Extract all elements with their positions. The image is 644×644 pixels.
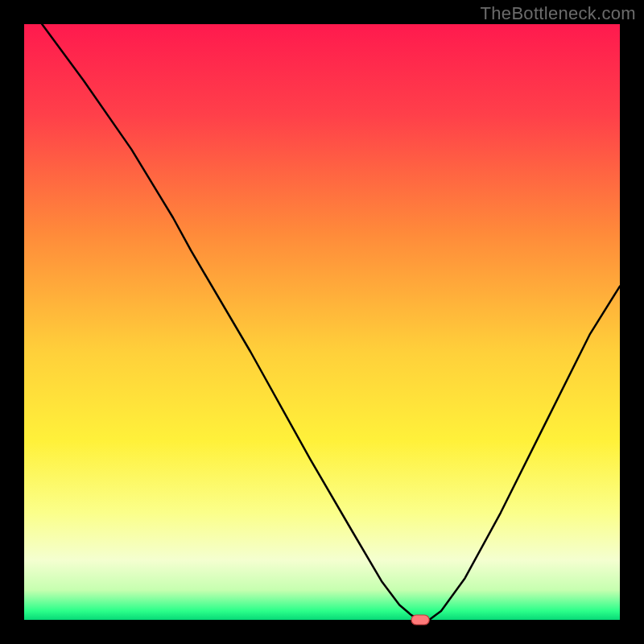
optimal-marker xyxy=(411,615,429,625)
bottleneck-chart xyxy=(0,0,644,644)
watermark-text: TheBottleneck.com xyxy=(481,3,636,24)
chart-stage: TheBottleneck.com xyxy=(0,0,644,644)
plot-background xyxy=(24,24,620,620)
